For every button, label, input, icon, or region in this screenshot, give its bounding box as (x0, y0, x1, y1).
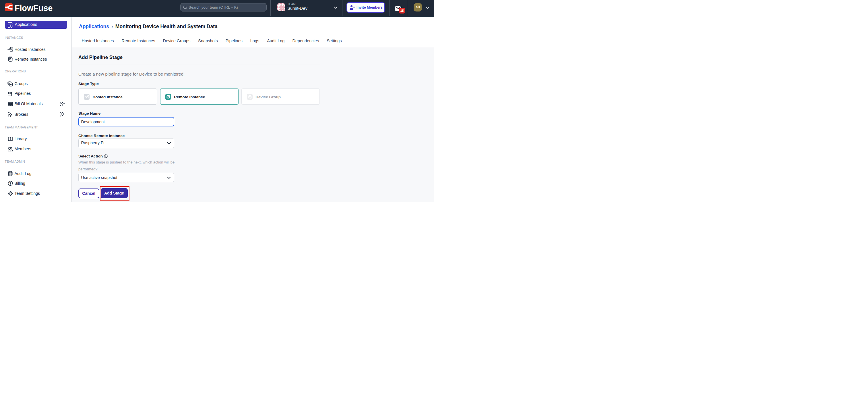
svg-text:$: $ (9, 182, 11, 185)
